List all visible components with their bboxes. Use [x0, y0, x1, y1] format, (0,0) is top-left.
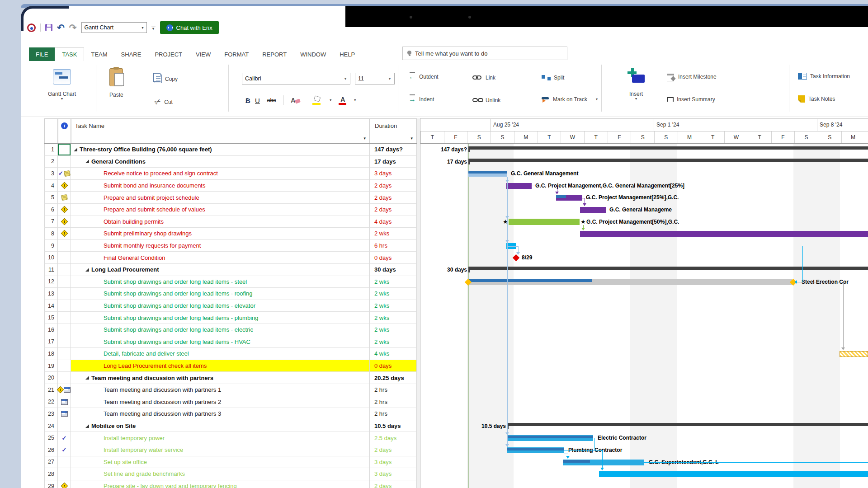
split-button[interactable]: Split: [542, 75, 564, 81]
row-number-cell[interactable]: 9: [44, 240, 58, 252]
info-cell[interactable]: [58, 240, 71, 252]
duration-cell[interactable]: 20.25 days: [370, 372, 417, 384]
tab-help[interactable]: HELP: [333, 47, 362, 61]
task-name-cell[interactable]: Team meeting and discussion with partner…: [71, 372, 370, 384]
duration-cell[interactable]: 30 days: [370, 264, 417, 276]
table-row[interactable]: 10Final General Condition0 days: [44, 252, 417, 264]
row-number-header[interactable]: [44, 119, 58, 143]
table-row[interactable]: 8!Submit preliminary shop drawings2 wks: [44, 228, 417, 240]
duration-cell[interactable]: 2 days: [370, 180, 417, 192]
row-number-cell[interactable]: 19: [44, 360, 58, 372]
indent-button[interactable]: → Indent: [409, 96, 434, 103]
gantt-bar[interactable]: [468, 146, 868, 150]
task-name-cell[interactable]: Install temporary water service: [71, 444, 370, 456]
tell-me-box[interactable]: Tell me what you want to do: [402, 47, 567, 60]
insert-button[interactable]: Insert ▾: [627, 68, 646, 101]
task-name-cell[interactable]: Receive notice to proceed and sign contr…: [71, 168, 370, 180]
gantt-bar[interactable]: [507, 447, 564, 453]
table-row[interactable]: 6!Prepare and submit schedule of values2…: [44, 204, 417, 216]
duration-cell[interactable]: 2 wks: [370, 336, 417, 348]
row-number-cell[interactable]: 8: [44, 228, 58, 240]
font-size-select[interactable]: 11 ▾: [355, 73, 395, 84]
tab-window[interactable]: WINDOW: [293, 47, 333, 61]
view-selector[interactable]: Gantt Chart ▾: [81, 22, 147, 33]
row-number-cell[interactable]: 4: [44, 180, 58, 192]
duration-cell[interactable]: 17 days: [370, 156, 417, 168]
expand-triangle-icon[interactable]: [85, 376, 89, 380]
tab-file[interactable]: FILE: [29, 47, 55, 61]
gantt-bar[interactable]: [580, 207, 606, 213]
duration-cell[interactable]: 0 days: [370, 252, 417, 264]
table-row[interactable]: 9Submit monthly requests for payment6 hr…: [44, 240, 417, 252]
row-number-cell[interactable]: 29: [44, 480, 58, 488]
duration-cell[interactable]: 3 days: [370, 468, 417, 480]
table-row[interactable]: 28Set line and grade benchmarks3 days: [44, 468, 417, 480]
row-number-cell[interactable]: 21: [44, 384, 58, 396]
background-color-button[interactable]: [312, 96, 322, 105]
table-row[interactable]: 20Team meeting and discussion with partn…: [44, 372, 417, 384]
row-number-cell[interactable]: 3: [44, 168, 58, 180]
tab-team[interactable]: TEAM: [84, 47, 114, 61]
duration-cell[interactable]: 2 wks: [370, 276, 417, 288]
chevron-down-icon[interactable]: ▾: [596, 98, 598, 101]
duration-cell[interactable]: 2 days: [370, 444, 417, 456]
chat-with-erix-button[interactable]: Chat with Erix: [160, 21, 219, 34]
row-number-cell[interactable]: 22: [44, 396, 58, 408]
duration-cell[interactable]: 2 wks: [370, 312, 417, 324]
tab-project[interactable]: PROJECT: [148, 47, 189, 61]
row-number-cell[interactable]: 18: [44, 348, 58, 360]
duration-cell[interactable]: 2 wks: [370, 300, 417, 312]
info-cell[interactable]: [58, 264, 71, 276]
row-number-cell[interactable]: 26: [44, 444, 58, 456]
table-row[interactable]: 5Prepare and submit project schedule2 da…: [44, 192, 417, 204]
row-number-cell[interactable]: 13: [44, 288, 58, 300]
task-information-button[interactable]: Task Information: [798, 73, 850, 80]
chevron-down-icon[interactable]: ▾: [354, 99, 356, 102]
task-name-cell[interactable]: Submit monthly requests for payment: [71, 240, 370, 252]
table-row[interactable]: 1Three-story Office Building (76,000 squ…: [44, 144, 417, 156]
task-name-cell[interactable]: Team meeting and discussion with partner…: [71, 408, 370, 420]
row-number-cell[interactable]: 14: [44, 300, 58, 312]
task-name-cell[interactable]: Prepare site - lay down yard and tempora…: [71, 480, 370, 488]
gantt-bar[interactable]: [556, 195, 582, 201]
bold-button[interactable]: B: [245, 97, 250, 104]
task-name-cell[interactable]: Submit shop drawings and order long lead…: [71, 336, 370, 348]
duration-cell[interactable]: 147 days?: [370, 144, 417, 156]
row-number-cell[interactable]: 11: [44, 264, 58, 276]
task-name-cell[interactable]: Three-story Office Building (76,000 squa…: [71, 144, 370, 156]
task-name-cell[interactable]: Detail, fabricate and deliver steel: [71, 348, 370, 360]
row-number-cell[interactable]: 28: [44, 468, 58, 480]
row-number-cell[interactable]: 2: [44, 156, 58, 168]
task-name-cell[interactable]: Submit shop drawings and order long lead…: [71, 324, 370, 336]
duration-cell[interactable]: 0 days: [370, 360, 417, 372]
chevron-down-icon[interactable]: ▾: [330, 99, 331, 102]
table-row[interactable]: 4!Submit bond and insurance documents2 d…: [44, 180, 417, 192]
row-number-cell[interactable]: 10: [44, 252, 58, 264]
view-name-vertical-label[interactable]: GANTT CHART: [27, 466, 34, 488]
duration-cell[interactable]: 2 wks: [370, 288, 417, 300]
row-number-cell[interactable]: 25: [44, 432, 58, 444]
tab-view[interactable]: VIEW: [189, 47, 217, 61]
row-number-cell[interactable]: 23: [44, 408, 58, 420]
info-cell[interactable]: [58, 360, 71, 372]
gantt-bar[interactable]: [468, 171, 507, 177]
duration-cell[interactable]: 4 days: [370, 216, 417, 228]
mark-on-track-button[interactable]: Mark on Track ▾: [542, 96, 598, 103]
duration-header[interactable]: Duration ▾: [370, 119, 417, 143]
task-name-cell[interactable]: Long Lead Procurement check all items: [71, 360, 370, 372]
task-name-cell[interactable]: Submit shop drawings and order long lead…: [71, 288, 370, 300]
table-row[interactable]: 12Submit shop drawings and order long le…: [44, 276, 417, 288]
row-number-cell[interactable]: 17: [44, 336, 58, 348]
duration-cell[interactable]: 4 wks: [370, 348, 417, 360]
underline-button[interactable]: U: [255, 97, 260, 104]
table-row[interactable]: 29!Prepare site - lay down yard and temp…: [44, 480, 417, 488]
info-cell[interactable]: [58, 324, 71, 336]
task-notes-button[interactable]: Task Notes: [798, 95, 835, 103]
task-name-cell[interactable]: Final General Condition: [71, 252, 370, 264]
strikethrough-button[interactable]: abc: [267, 97, 276, 103]
duration-cell[interactable]: 2 wks: [370, 324, 417, 336]
duration-cell[interactable]: 2 hrs: [370, 384, 417, 396]
unlink-button[interactable]: Unlink: [472, 97, 500, 103]
info-cell[interactable]: [58, 456, 71, 469]
info-cell[interactable]: [58, 192, 71, 204]
